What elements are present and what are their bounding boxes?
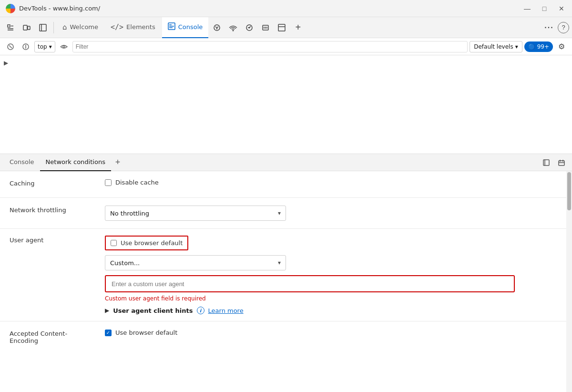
hints-expand-arrow[interactable]: ▶: [105, 307, 109, 314]
console-expand-arrow[interactable]: ▶: [4, 60, 8, 66]
caching-row: Caching Disable cache: [0, 171, 572, 198]
hints-info-icon[interactable]: i: [197, 307, 204, 314]
scrollbar-track: [566, 171, 572, 392]
message-icon: 🔵: [528, 43, 535, 50]
device-icon: [23, 24, 31, 31]
accepted-browser-default-label[interactable]: Use browser default: [115, 329, 177, 336]
clear-icon: [7, 43, 14, 51]
accepted-content-label: Accepted Content-Encoding: [10, 329, 105, 344]
svg-rect-5: [28, 26, 30, 30]
memory-icon: [262, 24, 269, 31]
sidebar-button[interactable]: [35, 20, 51, 35]
throttling-label: Network throttling: [10, 206, 105, 214]
disable-cache-checkbox[interactable]: [105, 179, 112, 186]
minimize-button[interactable]: —: [522, 4, 532, 13]
user-agent-hints-row: ▶ User agent client hints i Learn more: [105, 307, 562, 314]
user-agent-row: User agent Use browser default Custom...…: [0, 229, 572, 321]
scrollbar-thumb[interactable]: [567, 172, 571, 210]
tab-debug-button[interactable]: [209, 20, 225, 35]
close-button[interactable]: ✕: [557, 4, 566, 13]
clear-console-button[interactable]: [4, 40, 17, 53]
undock-icon: [543, 159, 550, 166]
use-browser-default-label[interactable]: Use browser default: [121, 239, 183, 247]
console-toolbar: top ▾ Default levels ▾ 🔵 99+ ⚙: [0, 38, 572, 55]
disable-cache-row: Disable cache: [105, 179, 562, 186]
window-title: DevTools - www.bing.com/: [19, 5, 522, 12]
browser-logo: [6, 4, 15, 13]
learn-more-link[interactable]: Learn more: [208, 307, 244, 314]
toolbar-separator-1: [53, 22, 54, 33]
accepted-browser-default-checkbox[interactable]: ✓: [105, 330, 112, 336]
inspect-icon: [7, 24, 14, 31]
inspector-icon: [278, 24, 286, 31]
throttling-dropdown[interactable]: No throttling ▾: [105, 206, 286, 221]
svg-rect-23: [278, 24, 285, 31]
tab-performance-button[interactable]: [242, 20, 257, 35]
title-bar: DevTools - www.bing.com/ — □ ✕: [0, 0, 572, 17]
console-settings-button[interactable]: ⚙: [555, 40, 568, 53]
network-icon: [229, 24, 237, 31]
device-toolbar-button[interactable]: [19, 20, 34, 35]
tab-welcome-label: Welcome: [70, 23, 98, 31]
svg-point-14: [233, 30, 234, 31]
accepted-content-row: Accepted Content-Encoding ✓ Use browser …: [0, 321, 572, 352]
tab-memory-button[interactable]: [258, 20, 273, 35]
undock-panel-button[interactable]: [540, 156, 553, 169]
close-panel-button[interactable]: [555, 156, 568, 169]
more-options-button[interactable]: ···: [541, 20, 557, 35]
user-agent-label: User agent: [10, 236, 105, 244]
message-count: 99+: [537, 43, 549, 50]
bottom-tab-console[interactable]: Console: [4, 154, 40, 171]
tab-network-button[interactable]: [225, 20, 241, 35]
filter-container[interactable]: [72, 41, 468, 52]
use-browser-default-checkbox[interactable]: [111, 240, 117, 246]
user-agent-error: Custom user agent field is required: [105, 295, 562, 302]
help-button[interactable]: ?: [558, 22, 569, 33]
console-content-area[interactable]: ▶: [0, 55, 572, 154]
stop-button[interactable]: [19, 40, 32, 53]
caching-control: Disable cache: [105, 179, 562, 186]
svg-rect-6: [40, 24, 46, 31]
add-tab-button[interactable]: +: [290, 20, 306, 35]
debug-icon: [213, 24, 221, 31]
message-count-badge[interactable]: 🔵 99+: [524, 41, 553, 52]
svg-point-18: [249, 27, 250, 28]
close-panel-icon: [558, 159, 565, 166]
bottom-tab-network-conditions[interactable]: Network conditions: [40, 154, 111, 171]
performance-icon: [245, 24, 253, 31]
caching-label: Caching: [10, 179, 105, 187]
tab-inspect-button[interactable]: [274, 20, 289, 35]
throttling-row: Network throttling No throttling ▾: [0, 198, 572, 229]
svg-rect-32: [559, 161, 564, 165]
hints-label: User agent client hints: [113, 307, 193, 314]
bottom-tab-network-label: Network conditions: [46, 158, 105, 165]
maximize-button[interactable]: □: [540, 4, 549, 13]
filter-input[interactable]: [73, 42, 467, 51]
default-levels-label: Default levels: [474, 43, 513, 50]
tab-elements-label: Elements: [126, 23, 155, 31]
inspect-element-button[interactable]: [3, 20, 18, 35]
custom-user-agent-input[interactable]: [105, 275, 515, 292]
context-selector[interactable]: top ▾: [34, 41, 55, 52]
eye-button[interactable]: [57, 40, 71, 53]
user-agent-dropdown[interactable]: Custom... ▾: [105, 255, 286, 270]
eye-icon: [60, 43, 68, 51]
throttling-value: No throttling: [110, 210, 149, 217]
disable-cache-label[interactable]: Disable cache: [115, 179, 159, 186]
tab-console[interactable]: Console: [162, 17, 209, 38]
bottom-tab-actions: [540, 156, 568, 169]
welcome-icon: ⌂: [62, 23, 67, 31]
sidebar-icon: [39, 24, 47, 31]
console-icon: [168, 22, 175, 32]
svg-point-29: [63, 46, 65, 48]
network-conditions-content: Caching Disable cache Network throttling…: [0, 171, 572, 392]
tab-welcome[interactable]: ⌂ Welcome: [57, 17, 104, 38]
throttling-arrow: ▾: [278, 210, 281, 217]
svg-line-26: [9, 45, 12, 48]
bottom-tab-console-label: Console: [10, 158, 34, 165]
tab-elements[interactable]: </> Elements: [105, 17, 161, 38]
add-bottom-tab-button[interactable]: +: [111, 156, 124, 169]
default-levels-dropdown[interactable]: Default levels ▾: [470, 41, 522, 52]
svg-rect-4: [23, 25, 27, 30]
user-agent-control: Use browser default Custom... ▾ Custom u…: [105, 236, 562, 314]
